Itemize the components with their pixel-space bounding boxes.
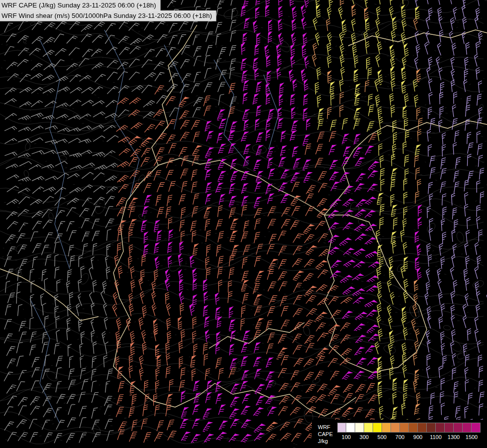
cape-legend: WRF CAPE J/kg 10030050070090011001300150… [312,420,487,448]
legend-tick-label: 900 [413,434,422,440]
legend-tick-label: 100 [342,434,351,440]
legend-tick-row: 100300500700900110013001500 [337,433,481,440]
legend-title-line: CAPE [318,431,333,438]
legend-swatch [355,423,364,433]
legend-tick-label: 500 [378,434,387,440]
legend-tick-label: 300 [360,434,369,440]
legend-swatch [409,423,418,433]
legend-swatch [373,423,382,433]
legend-tick-label: 1500 [466,434,478,440]
legend-title-line: WRF [318,424,333,431]
legend-swatch [346,423,355,433]
map-title-cape: WRF CAPE (J/kg) Sunday 23-11-2025 06:00 … [0,0,161,11]
legend-swatch [418,423,427,433]
legend-title: WRF CAPE J/kg [318,423,333,445]
legend-tick-label: 1300 [448,434,460,440]
legend-swatch [463,423,472,433]
legend-swatch [364,423,373,433]
weather-map: WRF CAPE (J/kg) Sunday 23-11-2025 06:00 … [0,0,487,448]
legend-title-line: J/kg [318,438,333,445]
legend-swatch [391,423,400,433]
legend-swatch [436,423,445,433]
legend-swatch [472,423,481,433]
legend-swatch [337,423,346,433]
legend-swatch [454,423,463,433]
map-title-windshear: WRF Wind shear (m/s) 500/1000hPa Sunday … [0,10,216,21]
legend-swatch [382,423,391,433]
legend-swatch [445,423,454,433]
legend-colorbar [337,423,481,433]
legend-swatch [400,423,409,433]
legend-swatch [427,423,436,433]
legend-tick-label: 700 [395,434,404,440]
map-canvas [0,0,487,448]
legend-tick-label: 1100 [430,434,442,440]
